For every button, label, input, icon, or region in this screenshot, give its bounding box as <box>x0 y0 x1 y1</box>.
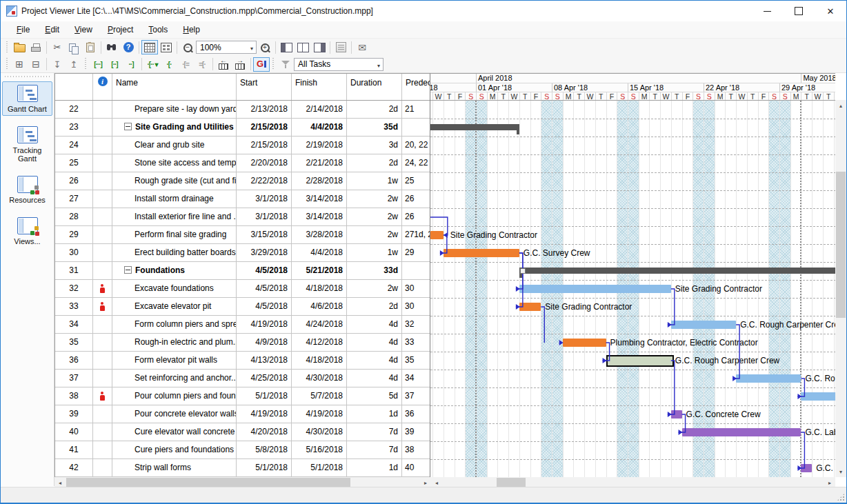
indent-gray-button[interactable]: ·[= <box>177 57 194 72</box>
task-row-40[interactable]: 40Cure elevator wall concrete4/20/20184/… <box>55 423 430 441</box>
task-row-35[interactable]: 35Rough-in electric and plum...4/9/20184… <box>55 334 430 352</box>
collapse-box-icon[interactable] <box>124 123 132 130</box>
help-button[interactable] <box>120 40 137 54</box>
gantt-bar-task-42[interactable] <box>801 464 812 472</box>
filter-combo[interactable]: All Tasks▾ <box>294 58 383 71</box>
split-task-button[interactable]: ··] <box>123 57 139 72</box>
task-row-37[interactable]: 37Set reinforcing and anchor...4/25/2018… <box>55 370 430 387</box>
gantt-bar-task-36[interactable] <box>606 355 674 367</box>
task-row-28[interactable]: 28Install exterior fire line and ...3/1/… <box>55 208 430 226</box>
gantt-bar-task-30[interactable] <box>444 249 519 257</box>
link-tasks-button[interactable]: [···] <box>90 57 106 72</box>
filter-button[interactable] <box>277 57 294 72</box>
pane-mid-button[interactable] <box>295 40 311 54</box>
collapse-all-button[interactable] <box>28 57 44 72</box>
task-row-30[interactable]: 30Erect building batter boards ...3/29/2… <box>55 244 430 262</box>
chart-vscroll-thumb[interactable] <box>836 172 846 318</box>
find-button[interactable] <box>103 40 120 54</box>
task-row-31[interactable]: 31Foundations4/5/20185/21/201833d <box>55 262 430 280</box>
task-row-29[interactable]: 29Perform final site grading3/15/20183/2… <box>55 226 430 244</box>
title-bar[interactable]: Project Viewer Lite [C:\...\4T\MS\Commer… <box>1 1 846 21</box>
sidebar-item-views[interactable]: Views... <box>2 214 52 248</box>
toolbar-gripper[interactable] <box>84 58 88 70</box>
task-row-27[interactable]: 27Install storm drainage3/1/20183/14/201… <box>55 190 430 208</box>
print-button[interactable] <box>28 40 44 54</box>
expand-all-button[interactable] <box>11 57 28 72</box>
menu-item-tools[interactable]: Tools <box>141 22 175 37</box>
column-header-id[interactable] <box>55 74 93 100</box>
cut-button[interactable] <box>49 40 66 54</box>
gantt-bar-task-23[interactable] <box>430 124 519 130</box>
sidebar-item-gantt-chart[interactable]: Gantt Chart <box>2 81 52 116</box>
chart-scroll-thumb[interactable] <box>497 478 526 487</box>
gantt-bar-task-33[interactable] <box>519 303 541 311</box>
sidebar-item-tracking-gantt[interactable]: Tracking Gantt <box>2 123 52 165</box>
task-row-26[interactable]: 26Rough grade site (cut and fill)2/22/20… <box>55 172 430 190</box>
gantt-bar-task-32[interactable] <box>519 285 671 293</box>
task-row-25[interactable]: 25Stone site access and temp...2/20/2018… <box>55 154 430 172</box>
move-down-button[interactable] <box>49 57 66 72</box>
table-right-button[interactable] <box>232 57 248 72</box>
column-header-duration[interactable]: Duration <box>347 74 402 100</box>
task-row-34[interactable]: 34Form column piers and spre...4/19/2018… <box>55 316 430 334</box>
pane-right-button[interactable] <box>311 40 328 54</box>
open-file-button[interactable] <box>11 40 28 54</box>
task-row-42[interactable]: 42Strip wall forms5/1/20185/1/20181d40 <box>55 459 430 477</box>
task-row-39[interactable]: 39Pour concrete elevator walls4/19/20184… <box>55 405 430 423</box>
outdent-button[interactable]: ·[· <box>161 57 177 72</box>
grid-view-button[interactable] <box>141 40 158 54</box>
zoom-in-button[interactable] <box>257 40 273 54</box>
scroll-down-icon[interactable]: ▾ <box>835 466 846 477</box>
gantt-style-button[interactable]: G <box>253 57 270 72</box>
scroll-up-icon[interactable]: ▴ <box>835 100 846 111</box>
menu-item-edit[interactable]: Edit <box>37 22 67 37</box>
table-left-button[interactable] <box>215 57 232 72</box>
gantt-bar-task-39[interactable] <box>671 410 682 419</box>
gantt-bar-task-29[interactable] <box>430 231 444 239</box>
outdent-gray-button[interactable]: =[· <box>194 57 210 72</box>
task-row-36[interactable]: 36Form elevator pit walls4/13/20184/18/2… <box>55 352 430 370</box>
chevron-down-icon[interactable]: ▾ <box>250 46 253 52</box>
task-row-41[interactable]: 41Cure piers and foundations5/8/20185/16… <box>55 441 430 459</box>
toolbar-gripper[interactable] <box>6 58 9 70</box>
menu-item-help[interactable]: Help <box>175 22 208 37</box>
gantt-bar-task-37[interactable] <box>736 374 801 383</box>
task-row-38[interactable]: 38Pour column piers and foun...5/1/20185… <box>55 387 430 405</box>
task-row-22[interactable]: 22Prepare site - lay down yard...2/13/20… <box>55 101 430 119</box>
task-row-23[interactable]: 23Site Grading and Utilities2/15/20184/4… <box>55 119 430 137</box>
sidebar-item-resources[interactable]: Resources <box>2 172 52 207</box>
column-header-info[interactable]: i <box>93 74 112 100</box>
column-header-start[interactable]: Start <box>237 74 292 100</box>
gantt-bar-task-40[interactable] <box>682 428 801 436</box>
maximize-button[interactable] <box>783 1 815 21</box>
gantt-bar-task-35[interactable] <box>563 339 606 347</box>
send-mail-button[interactable] <box>354 40 370 54</box>
menu-item-file[interactable]: File <box>9 22 37 37</box>
chart-vertical-scrollbar[interactable]: ▴ ▾ <box>835 100 846 477</box>
task-properties-button[interactable] <box>332 40 349 54</box>
copy-button[interactable] <box>66 40 82 54</box>
gantt-bar-task-34[interactable] <box>671 321 736 329</box>
zoom-out-button[interactable] <box>179 40 196 54</box>
box-view-button[interactable] <box>158 40 175 54</box>
menu-item-project[interactable]: Project <box>100 22 141 37</box>
toolbar-gripper[interactable] <box>6 41 9 54</box>
collapse-box-icon[interactable] <box>124 266 132 274</box>
task-row-33[interactable]: 33Excavate elevator pit4/5/20184/6/20182… <box>55 298 430 316</box>
paste-button[interactable] <box>82 40 99 54</box>
menu-item-view[interactable]: View <box>67 22 100 37</box>
table-scroll-thumb[interactable] <box>66 478 350 487</box>
column-header-pred[interactable]: Predecessors <box>402 74 430 100</box>
chevron-down-icon[interactable]: ▾ <box>377 63 380 69</box>
column-header-finish[interactable]: Finish <box>292 74 347 100</box>
task-row-24[interactable]: 24Clear and grub site2/15/20182/19/20183… <box>55 137 430 154</box>
column-header-name[interactable]: Name <box>112 74 237 100</box>
unlink-tasks-button[interactable]: [··] <box>106 57 123 72</box>
move-up-button[interactable] <box>66 57 82 72</box>
minimize-button[interactable] <box>751 1 783 21</box>
gantt-bar-task-31[interactable] <box>519 268 835 274</box>
task-row-32[interactable]: 32Excavate foundations4/5/20184/18/20182… <box>55 280 430 298</box>
gantt-bar-task-38[interactable] <box>801 392 835 401</box>
pane-left-button[interactable] <box>278 40 295 54</box>
toolbar-gripper[interactable] <box>272 58 275 70</box>
